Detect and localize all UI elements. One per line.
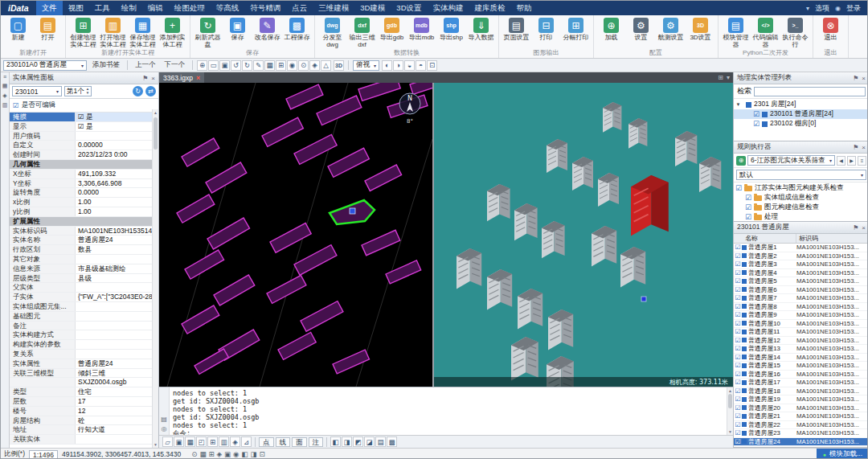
property-row[interactable]: 备注 [10, 322, 152, 331]
property-row[interactable]: 旋转角度 0.0000 [10, 188, 152, 198]
row-checkbox[interactable]: ☑ [734, 412, 742, 420]
scrollbar[interactable]: ▲▼ [727, 387, 733, 435]
rule-item[interactable]: ☑ ⚙ 图元构建信息检查 [734, 203, 868, 212]
capture-mode-button[interactable]: 点 [259, 437, 274, 447]
property-row[interactable]: Y坐标 3,306,646.908 [10, 179, 152, 189]
property-value[interactable]: 491,109.332 [76, 170, 152, 178]
row-checkbox[interactable]: ☑ [734, 387, 742, 395]
tree-item[interactable]: ▼ 2301 房屋[24] [734, 100, 868, 109]
property-row[interactable]: 房屋结构 砼 [10, 416, 152, 426]
3d-mode-button[interactable]: 3D [334, 60, 344, 71]
row-checkbox[interactable]: ☑ [734, 404, 742, 412]
property-value[interactable]: MA1001NE103H15351422... [76, 227, 152, 236]
property-row[interactable]: 复关系 [10, 350, 152, 359]
property-value[interactable]: 行知大道 [76, 425, 152, 434]
close-icon[interactable]: × [862, 224, 866, 232]
command-side-icon[interactable]: ◎ [162, 425, 167, 432]
ribbon-button[interactable]: ⚙ 航测设置 [656, 17, 686, 49]
add-rule-button[interactable]: ⊕ [736, 156, 746, 166]
property-value[interactable]: 1.00 [76, 207, 152, 216]
menu-item[interactable]: 3D设置 [391, 1, 427, 15]
ribbon-button[interactable]: ⊗ 退出 [816, 17, 845, 49]
toolbar-icon[interactable]: △ [321, 60, 331, 71]
ribbon-button[interactable]: ✎ 改名保存 [252, 17, 282, 49]
tree-item[interactable]: ☑ 230101 普通房屋[24] [734, 109, 868, 119]
command-side-icon[interactable]: ▤ [161, 416, 167, 423]
rule-item[interactable]: ☑ ⚙ 江苏实体与图元构建关系检查 [734, 183, 868, 193]
command-prompt[interactable]: 命令: [173, 429, 723, 435]
property-value[interactable]: 住宅 [76, 387, 152, 396]
row-checkbox[interactable]: ☑ [734, 320, 742, 327]
pin-icon[interactable]: ⚑ [853, 75, 858, 82]
property-value[interactable]: 0.00000 [76, 141, 152, 150]
status-toggle-icon[interactable]: ⊙ [191, 450, 197, 458]
selection-handle[interactable] [350, 208, 355, 214]
ribbon-button[interactable]: ⊞ 分幅打印 [561, 17, 591, 49]
snap-toggle-icon[interactable]: ◩ [353, 436, 363, 447]
property-value[interactable]: 3,306,646.908 [76, 179, 152, 188]
property-value[interactable] [76, 322, 152, 330]
toolbar-icon[interactable]: ↻ [242, 60, 252, 71]
entity-row[interactable]: ☑ 普通房屋11 MA1001NE103H153... [734, 328, 868, 337]
rule-checkbox[interactable]: ☑ [745, 194, 751, 202]
menu-item[interactable]: 实体构建 [428, 1, 469, 15]
column-code[interactable]: 标识码 [796, 234, 868, 243]
status-toggle-icon[interactable]: ◉ [233, 450, 239, 458]
property-value[interactable]: 1.00 [76, 198, 152, 207]
property-value[interactable] [76, 132, 152, 141]
menu-item[interactable]: 绘制 [116, 1, 142, 15]
ribbon-button[interactable]: ▤ 打开 [33, 17, 63, 49]
capture-mode-button[interactable]: 面 [292, 437, 307, 447]
entity-row[interactable]: ☑ 普通房屋16 MA1001NE103H153... [734, 371, 868, 379]
options-button[interactable]: 选项 [815, 3, 829, 14]
ribbon-button[interactable]: shp 导出shp [436, 17, 466, 49]
ribbon-button[interactable]: ⊟ 打印 [531, 17, 561, 49]
column-name[interactable]: 名称 [734, 234, 796, 243]
pin-icon[interactable]: ⚑ [853, 144, 858, 151]
row-checkbox[interactable]: ☑ [734, 395, 742, 403]
snap-toggle-icon[interactable]: ◧ [330, 436, 341, 447]
property-value[interactable]: SXJZ0004.osgb [76, 378, 152, 387]
ribbon-button[interactable]: gdb 导出gdb [377, 17, 407, 49]
pin-icon[interactable]: ⚑ [142, 75, 148, 82]
ribbon-button[interactable]: ▢ 新建 [3, 17, 33, 49]
property-row[interactable]: 层级类型 县级 [10, 274, 152, 284]
next-button[interactable]: 下一个 [162, 60, 189, 70]
property-row[interactable]: 行政区划 数县 [10, 245, 152, 255]
draw-tool-icon[interactable]: ⊿ [241, 436, 252, 447]
rule-item[interactable]: ☑ ⚙ 实体组成信息检查 [734, 193, 868, 203]
row-checkbox[interactable]: ☑ [734, 345, 742, 352]
status-toggle-icon[interactable]: ⊡ [260, 450, 265, 458]
row-checkbox[interactable]: ☑ [734, 438, 742, 445]
rule-item[interactable]: ☑ ⚙ 处理 [734, 212, 868, 222]
property-value[interactable] [76, 435, 152, 444]
menu-item[interactable]: 3D建模 [354, 1, 391, 15]
entity-row[interactable]: ☑ 普通房屋9 MA1001NE103H153... [734, 311, 868, 320]
toolbar-icon[interactable]: ⊕ [197, 60, 207, 71]
ribbon-button[interactable]: ▤ 页面设置 [502, 17, 531, 49]
command-output[interactable]: nodes to select: 1get id: SXJZ0004.osgbn… [170, 387, 727, 435]
entity-row[interactable]: ☑ 普通房屋22 MA1001NE103H153... [734, 421, 868, 430]
property-row[interactable]: 层数 17 [10, 397, 152, 407]
ribbon-button[interactable]: + 添加到实体工程 [158, 17, 187, 49]
chevron-down-icon[interactable]: ▾ [806, 5, 809, 12]
property-row[interactable]: 实体标识码 MA1001NE103H15351422... [10, 227, 152, 236]
row-checkbox[interactable]: ☑ [734, 286, 742, 293]
close-icon[interactable]: × [862, 144, 866, 151]
prev-button[interactable]: 上一个 [132, 60, 159, 70]
property-row[interactable]: y比例 1.00 [10, 207, 152, 217]
refresh-button[interactable]: ↻ [133, 86, 143, 96]
property-value[interactable]: 0.0000 [76, 188, 152, 197]
row-checkbox[interactable]: ☑ [734, 303, 742, 310]
row-checkbox[interactable]: ☑ [734, 294, 742, 301]
property-value[interactable]: 17 [76, 397, 152, 406]
ribbon-button[interactable]: ⚙ 设置 [626, 17, 656, 49]
entity-row[interactable]: ☑ 普通房屋10 MA1001NE103H153... [734, 320, 868, 329]
row-checkbox[interactable]: ☑ [734, 252, 742, 260]
property-row[interactable]: X坐标 491,109.332 [10, 170, 152, 179]
snap-toggle-icon[interactable]: ◪ [364, 436, 375, 447]
entity-row[interactable]: ☑ 普通房屋14 MA1001NE103H153... [734, 354, 868, 363]
toolbar-icon[interactable]: ◓ [416, 60, 426, 71]
login-button[interactable]: 登录 [846, 3, 861, 14]
property-value[interactable]: 倾斜三维 [76, 369, 152, 378]
